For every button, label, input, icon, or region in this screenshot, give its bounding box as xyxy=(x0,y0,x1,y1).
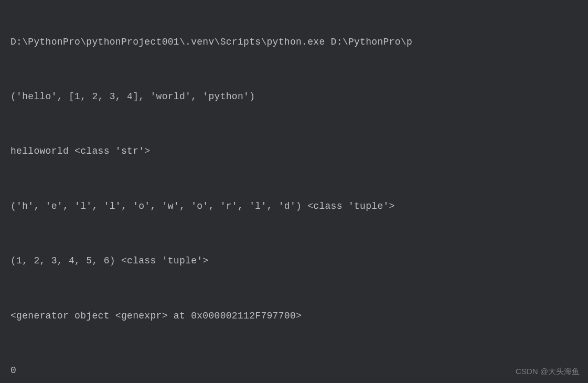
output-line: 0 xyxy=(10,363,578,378)
output-line: helloworld <class 'str'> xyxy=(10,144,578,159)
output-line: ('h', 'e', 'l', 'l', 'o', 'w', 'o', 'r',… xyxy=(10,199,578,214)
output-line: (1, 2, 3, 4, 5, 6) <class 'tuple'> xyxy=(10,253,578,269)
output-line: <generator object <genexpr> at 0x0000021… xyxy=(10,308,578,324)
console-output: D:\PythonPro\pythonProject001\.venv\Scri… xyxy=(0,0,588,383)
output-line: D:\PythonPro\pythonProject001\.venv\Scri… xyxy=(10,35,578,50)
watermark: CSDN @大头海鱼 xyxy=(516,365,580,378)
output-line: ('hello', [1, 2, 3, 4], 'world', 'python… xyxy=(10,89,578,104)
